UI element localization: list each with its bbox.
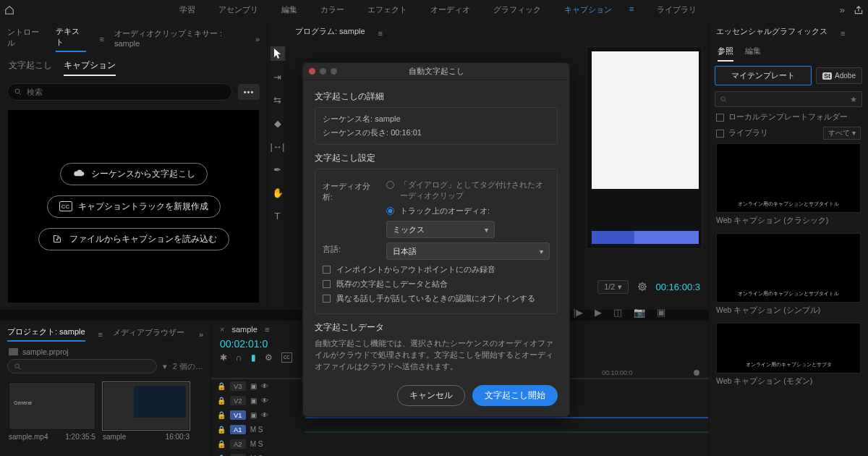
- menu-captions-opts-icon[interactable]: ≡: [621, 2, 642, 17]
- subtab-captions[interactable]: キャプション: [64, 59, 116, 76]
- eg-tab-browse[interactable]: 参照: [718, 46, 733, 62]
- eg-template-caption-3: Web キャプション (モダン): [716, 373, 861, 387]
- import-caption-button[interactable]: ファイルからキャプションを読み込む: [38, 228, 229, 250]
- tab-media-browser[interactable]: メディアブラウザー: [113, 327, 184, 341]
- eg-template-thumb-1[interactable]: オンライン用のキャプションとサブタイトル: [716, 143, 861, 213]
- eg-tab-edit[interactable]: 編集: [745, 46, 761, 62]
- lock-icon[interactable]: 🔒: [217, 382, 226, 390]
- tab-text[interactable]: テキスト: [56, 26, 86, 52]
- caption-options-button[interactable]: •••: [238, 84, 260, 100]
- chk-in-out-only[interactable]: インポイントからアウトポイントにのみ録音: [323, 264, 550, 275]
- pen-tool-icon[interactable]: ✒: [271, 162, 285, 177]
- search-placeholder: 検索: [27, 87, 43, 98]
- eye-icon[interactable]: 👁: [261, 411, 268, 419]
- marker-icon[interactable]: ▮: [251, 352, 256, 363]
- menu-edit[interactable]: 編集: [273, 2, 306, 17]
- compare-icon[interactable]: ▣: [657, 307, 665, 318]
- svg-point-1: [641, 285, 644, 288]
- eg-my-templates-button[interactable]: マイテンプレート: [715, 66, 812, 85]
- project-menu-icon[interactable]: ≡: [98, 330, 103, 339]
- timeline-menu-icon[interactable]: ≡: [265, 325, 269, 334]
- eye-icon[interactable]: 👁: [261, 397, 268, 405]
- eg-chk-local[interactable]: [716, 114, 724, 122]
- eg-template-thumb-2[interactable]: オンライン用のキャプションとサブタイトル: [716, 233, 861, 303]
- mix-select[interactable]: ミックス▾: [386, 221, 495, 238]
- eg-lib-select[interactable]: すべて ▾: [823, 127, 861, 140]
- track-v2[interactable]: V2: [230, 396, 246, 405]
- overflow-icon[interactable]: »: [840, 4, 845, 15]
- export-frame-icon[interactable]: ◫: [613, 307, 622, 318]
- cancel-button[interactable]: キャンセル: [397, 385, 465, 406]
- track-a1[interactable]: A1: [230, 425, 246, 434]
- eg-template-thumb-3[interactable]: オンライン用のキャプションとサブタ: [716, 323, 861, 373]
- lock-icon[interactable]: 🔒: [217, 397, 226, 405]
- share-icon[interactable]: [854, 5, 864, 15]
- transcribe-sequence-button[interactable]: シーケンスから文字起こし: [60, 163, 208, 185]
- menu-captions[interactable]: キャプション: [556, 2, 621, 17]
- eg-adobe-stock-button[interactable]: StAdobe: [816, 67, 862, 84]
- razor-tool-icon[interactable]: ◆: [271, 116, 285, 130]
- eg-search-input[interactable]: ★: [715, 91, 862, 107]
- settings2-icon[interactable]: ⚙: [265, 352, 273, 363]
- favorite-icon[interactable]: ★: [850, 95, 857, 104]
- project-item-2[interactable]: sample16:00:3: [103, 382, 190, 441]
- menu-library[interactable]: ライブラリ: [648, 2, 705, 17]
- ripple-tool-icon[interactable]: ⇆: [271, 93, 285, 107]
- tab-project[interactable]: プロジェクト: sample: [7, 326, 85, 342]
- settings-icon[interactable]: [637, 282, 647, 292]
- track-select-tool-icon[interactable]: ⇥: [271, 69, 285, 84]
- camera-icon[interactable]: 📷: [634, 307, 645, 318]
- home-icon[interactable]: [4, 5, 23, 15]
- menu-learn[interactable]: 学習: [171, 2, 204, 17]
- type-tool-icon[interactable]: T: [271, 208, 285, 223]
- start-transcription-button[interactable]: 文字起こし開始: [472, 385, 558, 406]
- caption-search-input[interactable]: 検索: [7, 83, 232, 101]
- zoom-handle[interactable]: [694, 370, 699, 376]
- menu-assembly[interactable]: アセンブリ: [210, 2, 267, 17]
- menu-audio[interactable]: オーディオ: [422, 2, 479, 17]
- tab-source-control[interactable]: ントロール: [7, 27, 46, 51]
- program-zoom-select[interactable]: 1/2 ▾: [597, 280, 628, 294]
- step-fwd-icon[interactable]: |▶: [574, 307, 583, 318]
- linked-sel-icon[interactable]: ∩: [236, 352, 242, 363]
- project-filter-icon[interactable]: ▾: [163, 362, 167, 371]
- new-caption-track-button[interactable]: CC キャプショントラックを新規作成: [47, 195, 221, 218]
- slip-tool-icon[interactable]: |↔|: [271, 139, 285, 153]
- eye-icon[interactable]: 👁: [261, 382, 268, 390]
- tab-audio-mixer[interactable]: オーディオクリップミキサー : sample: [114, 28, 245, 51]
- project-overflow-icon[interactable]: »: [199, 330, 203, 339]
- track-v3[interactable]: V3: [230, 381, 246, 391]
- eg-chk-lib[interactable]: [716, 130, 724, 138]
- seq-close-icon[interactable]: ×: [220, 325, 224, 334]
- menu-color[interactable]: カラー: [312, 2, 353, 17]
- panel-overflow-icon[interactable]: »: [255, 35, 260, 43]
- snap-icon[interactable]: ✱: [220, 352, 227, 363]
- language-select[interactable]: 日本語▾: [386, 242, 550, 260]
- timeline-seq-name[interactable]: sample: [231, 325, 257, 334]
- track-v1[interactable]: V1: [230, 410, 246, 420]
- project-item-1[interactable]: General sample.mp41:20:35:5: [9, 382, 95, 441]
- lock-icon[interactable]: 🔒: [217, 426, 226, 434]
- bin-icon: [9, 348, 18, 355]
- radio-track-audio[interactable]: トラック上のオーディオ:: [386, 206, 550, 216]
- cc-track-icon[interactable]: cc: [281, 352, 292, 363]
- menu-graphics[interactable]: グラフィック: [485, 2, 550, 17]
- radio-dialog-tagged[interactable]: 「ダイアログ」としてタグ付けされたオーディオクリップ: [386, 180, 550, 201]
- program-menu-icon[interactable]: ≡: [378, 29, 383, 38]
- subtab-transcript[interactable]: 文字起こし: [9, 59, 52, 76]
- window-controls[interactable]: [309, 68, 337, 75]
- close-dot-icon[interactable]: [309, 68, 315, 75]
- mark-out-icon[interactable]: ▶: [595, 307, 602, 318]
- project-search-input[interactable]: [7, 359, 157, 373]
- tab-text-menu-icon[interactable]: ≡: [99, 35, 103, 43]
- track-a2[interactable]: A2: [230, 439, 246, 449]
- eg-menu-icon[interactable]: ≡: [841, 29, 845, 38]
- hand-tool-icon[interactable]: ✋: [271, 185, 285, 200]
- selection-tool-icon[interactable]: [271, 46, 285, 61]
- lock-icon[interactable]: 🔒: [217, 411, 226, 419]
- lock-icon[interactable]: 🔒: [217, 440, 226, 448]
- eg-chk-local-label: ローカルテンプレートフォルダー: [728, 112, 848, 122]
- menu-effects[interactable]: エフェクト: [359, 2, 416, 17]
- chk-merge-existing[interactable]: 既存の文字起こしデータと結合: [323, 279, 550, 290]
- chk-speaker-optin[interactable]: 異なる話し手が話しているときの認識にオプトインする: [323, 293, 550, 304]
